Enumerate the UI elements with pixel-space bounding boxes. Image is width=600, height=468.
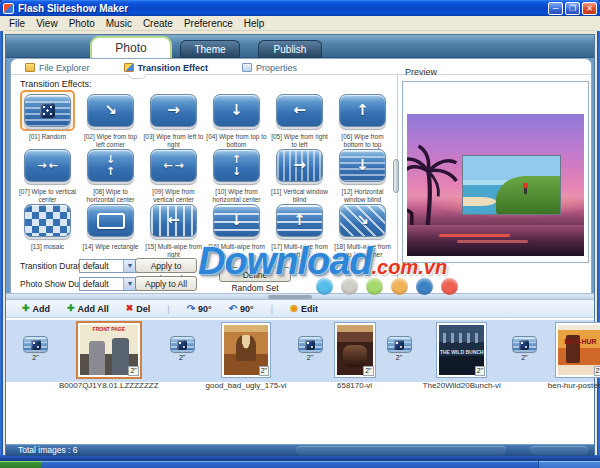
effect-tile[interactable]: ↓↑ bbox=[83, 145, 138, 186]
menu-item-photo[interactable]: Photo bbox=[69, 18, 95, 29]
effect-05-wipe-from-right-to-left: ←[05] Wipe from right to left bbox=[268, 90, 331, 145]
photo-thumbnail[interactable]: 2" bbox=[221, 322, 271, 378]
toolbar-rotate-ccw[interactable]: ↶90° bbox=[229, 304, 254, 314]
arrow-icon: → bbox=[293, 158, 306, 173]
transition-chip[interactable]: 2" bbox=[512, 336, 537, 361]
transition-chip[interactable]: 2" bbox=[298, 336, 323, 361]
effect-tile[interactable] bbox=[83, 200, 138, 241]
dice-icon bbox=[177, 340, 187, 350]
add-icon: ✚ bbox=[22, 304, 30, 313]
effect-tile[interactable]: ↑ bbox=[272, 200, 327, 241]
menu-item-help[interactable]: Help bbox=[244, 18, 265, 29]
dice-icon bbox=[40, 103, 55, 118]
effect-06-wipe-from-bottom-to-top: ↑[06] Wipe from bottom to top bbox=[331, 90, 394, 145]
window-controls: ─ ❐ ✕ bbox=[548, 2, 597, 15]
menu-bar: FileViewPhotoMusicCreatePreferenceHelp bbox=[3, 16, 597, 31]
effect-tile[interactable]: ↑ bbox=[335, 90, 390, 131]
menu-item-preference[interactable]: Preference bbox=[184, 18, 233, 29]
effects-grid: [01] Random↘[02] Wipe from top left corn… bbox=[16, 90, 394, 255]
photo-thumbnail[interactable]: FRONT PAGE2" bbox=[77, 322, 141, 378]
tab-photo[interactable]: Photo bbox=[90, 36, 172, 58]
start-button[interactable] bbox=[0, 461, 42, 468]
effect-tile-face: → bbox=[276, 149, 323, 182]
photo-thumbnail[interactable]: THE WILD BUNCH2" bbox=[436, 322, 487, 378]
effect-tile[interactable]: ↓ bbox=[209, 200, 264, 241]
subtab-file-explorer[interactable]: File Explorer bbox=[25, 63, 90, 73]
arrow-icon: ← bbox=[167, 213, 180, 228]
transition-chip[interactable]: 2" bbox=[23, 336, 48, 361]
effect-tile-face: ↑↓ bbox=[213, 149, 260, 182]
preview-label: Preview bbox=[405, 67, 437, 77]
toolbar-edit[interactable]: ◉Edit bbox=[290, 304, 318, 314]
transition-chip-face bbox=[298, 336, 323, 353]
effect-tile[interactable]: → bbox=[146, 90, 201, 131]
toolbar-add[interactable]: ✚Add bbox=[22, 304, 50, 314]
effect-tile[interactable]: ↘ bbox=[83, 90, 138, 131]
transition-duration-label: 2" bbox=[396, 354, 402, 361]
effect-01-random: [01] Random bbox=[16, 90, 79, 145]
effect-tile[interactable]: ← bbox=[272, 90, 327, 131]
effect-tile[interactable]: ←→ bbox=[146, 145, 201, 186]
photo-item: 2"658170-vi bbox=[334, 322, 376, 390]
photo-item: BEN-HUR2"ben-hur-poster011 bbox=[548, 322, 600, 390]
title-bar[interactable]: Flash Slideshow Maker ─ ❐ ✕ bbox=[0, 0, 600, 16]
screen: Flash Slideshow Maker ─ ❐ ✕ FileViewPhot… bbox=[0, 0, 600, 468]
effect-14-wipe-rectangle: [14] Wipe rectangle bbox=[79, 200, 142, 255]
bottom-panel: ✚Add✚Add All✖Del|↷90°↶90°|◉Edit 2"FRONT … bbox=[6, 299, 594, 444]
menu-item-music[interactable]: Music bbox=[106, 18, 132, 29]
properties-icon bbox=[242, 63, 252, 72]
effect-tile[interactable]: ↑↓ bbox=[209, 145, 264, 186]
toolbar-label: Edit bbox=[301, 304, 318, 314]
water bbox=[407, 225, 584, 256]
subtab-properties[interactable]: Properties bbox=[242, 63, 297, 73]
rotate-ccw-icon: ↶ bbox=[229, 304, 237, 313]
close-button[interactable]: ✕ bbox=[582, 2, 597, 15]
effect-tile[interactable] bbox=[20, 90, 75, 131]
define-random-set-button[interactable]: Define Random Set bbox=[219, 267, 291, 282]
photo-name: good_bad_ugly_175-vi bbox=[206, 381, 287, 390]
toolbar-add-all[interactable]: ✚Add All bbox=[67, 304, 109, 314]
effect-tile[interactable]: ← bbox=[146, 200, 201, 241]
toolbar-label: 90° bbox=[198, 304, 212, 314]
toolbar-rotate-cw[interactable]: ↷90° bbox=[187, 304, 212, 314]
toolbar-label: Add All bbox=[78, 304, 109, 314]
bottom-toolbar: ✚Add✚Add All✖Del|↷90°↶90°|◉Edit bbox=[6, 300, 594, 318]
apply-to-selected-button[interactable]: Apply to Selected bbox=[135, 258, 197, 273]
tab-publish[interactable]: Publish bbox=[258, 40, 322, 58]
photo-show-duration-select[interactable]: default ▼ bbox=[79, 277, 137, 291]
duration-badge: 2" bbox=[259, 366, 269, 376]
subtab-label: Properties bbox=[256, 63, 297, 73]
folder-icon bbox=[25, 63, 35, 72]
maximize-button[interactable]: ❐ bbox=[565, 2, 580, 15]
subtab-label: Transition Effect bbox=[138, 63, 209, 73]
menu-item-create[interactable]: Create bbox=[143, 18, 173, 29]
arrow-down-icon: ↓ bbox=[232, 166, 241, 178]
photo-thumbnail[interactable]: 2" bbox=[334, 322, 376, 378]
apply-to-all-button[interactable]: Apply to All bbox=[135, 276, 197, 291]
status-segment bbox=[530, 446, 588, 455]
effect-tile[interactable] bbox=[20, 200, 75, 241]
transition-duration-select[interactable]: default ▼ bbox=[79, 259, 137, 273]
toolbar-delete[interactable]: ✖Del bbox=[126, 304, 151, 314]
tab-theme[interactable]: Theme bbox=[180, 40, 240, 58]
effect-tile[interactable]: →← bbox=[20, 145, 75, 186]
effect-tile-face: ←→ bbox=[150, 149, 197, 182]
delete-icon: ✖ bbox=[126, 304, 134, 313]
minimize-button[interactable]: ─ bbox=[548, 2, 563, 15]
effect-tile[interactable]: ↓ bbox=[335, 145, 390, 186]
splitter-handle[interactable] bbox=[393, 159, 399, 193]
arrow-right-icon: → bbox=[37, 160, 46, 171]
effect-tile[interactable]: ↘ bbox=[335, 200, 390, 241]
subtab-transition-effect[interactable]: Transition Effect bbox=[124, 63, 209, 73]
transition-chip[interactable]: 2" bbox=[170, 336, 195, 361]
menu-item-file[interactable]: File bbox=[9, 18, 25, 29]
menu-item-view[interactable]: View bbox=[36, 18, 58, 29]
effect-tile[interactable]: ↓ bbox=[209, 90, 264, 131]
transition-duration-label: 2" bbox=[307, 354, 313, 361]
effect-tile[interactable]: → bbox=[272, 145, 327, 186]
arrow-left-icon: ← bbox=[49, 160, 58, 171]
photo-thumbnail[interactable]: BEN-HUR2" bbox=[555, 322, 600, 378]
transition-chip[interactable]: 2" bbox=[387, 336, 412, 361]
photo-name: B0007QJ1Y8.01.LZZZZZZZ bbox=[59, 381, 159, 390]
effect-tile-face: ↘ bbox=[87, 94, 134, 127]
